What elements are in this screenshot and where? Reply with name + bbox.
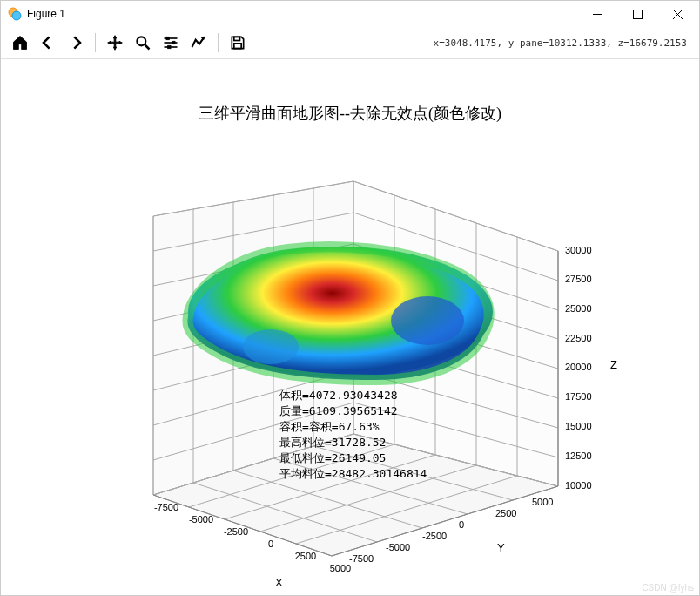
z-axis-label: Z <box>610 358 617 371</box>
svg-text:-7500: -7500 <box>154 502 178 512</box>
svg-text:5000: 5000 <box>532 497 553 507</box>
maximize-button[interactable] <box>617 1 657 27</box>
svg-point-61 <box>391 296 464 345</box>
surface-plot <box>187 247 493 380</box>
svg-rect-11 <box>172 41 175 44</box>
window-title: Figure 1 <box>27 8 65 20</box>
save-button[interactable] <box>225 30 250 55</box>
toolbar-separator <box>95 33 96 52</box>
svg-text:25000: 25000 <box>565 303 592 314</box>
home-button[interactable] <box>8 30 32 55</box>
svg-text:体积=4072.93043428: 体积=4072.93043428 <box>279 389 398 402</box>
svg-text:22500: 22500 <box>565 333 592 343</box>
svg-text:最低料位=26149.05: 最低料位=26149.05 <box>279 451 386 464</box>
svg-text:15000: 15000 <box>565 421 592 431</box>
svg-text:容积=容积=67.63%: 容积=容积=67.63% <box>279 420 380 433</box>
back-button[interactable] <box>36 30 60 55</box>
minimize-button[interactable] <box>577 1 617 27</box>
svg-text:2500: 2500 <box>295 551 316 561</box>
coordinate-status: x=3048.4175, y pane=10312.1333, z=16679.… <box>253 37 692 49</box>
edit-axes-button[interactable] <box>186 30 211 55</box>
svg-text:20000: 20000 <box>565 362 592 372</box>
window-titlebar: Figure 1 <box>1 1 699 27</box>
y-axis-label: Y <box>497 541 505 554</box>
svg-point-1 <box>12 11 21 20</box>
svg-text:-5000: -5000 <box>189 514 213 525</box>
svg-text:27500: 27500 <box>565 274 592 284</box>
svg-text:-7500: -7500 <box>349 553 374 564</box>
figure-canvas[interactable]: 三维平滑曲面地形图--去除无效点(颜色修改) <box>1 59 699 594</box>
axes-3d: 10000 12500 15000 17500 20000 22500 2500… <box>88 146 610 565</box>
watermark: CSDN @fyhs <box>642 583 694 593</box>
svg-text:-2500: -2500 <box>224 526 248 537</box>
svg-text:2500: 2500 <box>495 508 516 518</box>
app-icon <box>8 7 22 21</box>
svg-rect-14 <box>234 37 240 40</box>
svg-text:12500: 12500 <box>565 450 592 461</box>
svg-rect-9 <box>166 37 169 39</box>
svg-text:-2500: -2500 <box>422 531 447 541</box>
svg-text:0: 0 <box>268 538 273 549</box>
forward-button[interactable] <box>64 30 88 55</box>
svg-line-7 <box>145 45 150 50</box>
svg-rect-3 <box>633 10 642 18</box>
svg-text:17500: 17500 <box>565 391 592 402</box>
chart-title: 三维平滑曲面地形图--去除无效点(颜色修改) <box>1 103 699 124</box>
configure-subplots-button[interactable] <box>158 30 183 55</box>
z-tick-labels: 10000 12500 15000 17500 20000 22500 2500… <box>565 245 592 491</box>
zoom-button[interactable] <box>131 30 155 55</box>
svg-point-62 <box>243 329 299 364</box>
toolbar-separator <box>218 33 219 52</box>
svg-text:-5000: -5000 <box>386 542 410 552</box>
svg-point-6 <box>137 37 145 45</box>
svg-text:质量=6109.39565142: 质量=6109.39565142 <box>279 404 398 417</box>
pan-button[interactable] <box>103 30 127 55</box>
toolbar: x=3048.4175, y pane=10312.1333, z=16679.… <box>1 27 699 59</box>
svg-text:0: 0 <box>459 519 464 530</box>
close-button[interactable] <box>657 1 697 27</box>
svg-text:平均料位=28482.30146814: 平均料位=28482.30146814 <box>279 467 427 480</box>
svg-text:最高料位=31728.52: 最高料位=31728.52 <box>279 436 386 449</box>
svg-text:5000: 5000 <box>330 563 351 573</box>
svg-rect-15 <box>234 44 241 49</box>
svg-text:30000: 30000 <box>565 245 592 255</box>
svg-text:10000: 10000 <box>565 480 592 491</box>
svg-rect-13 <box>168 45 171 48</box>
x-axis-label: X <box>275 576 283 589</box>
